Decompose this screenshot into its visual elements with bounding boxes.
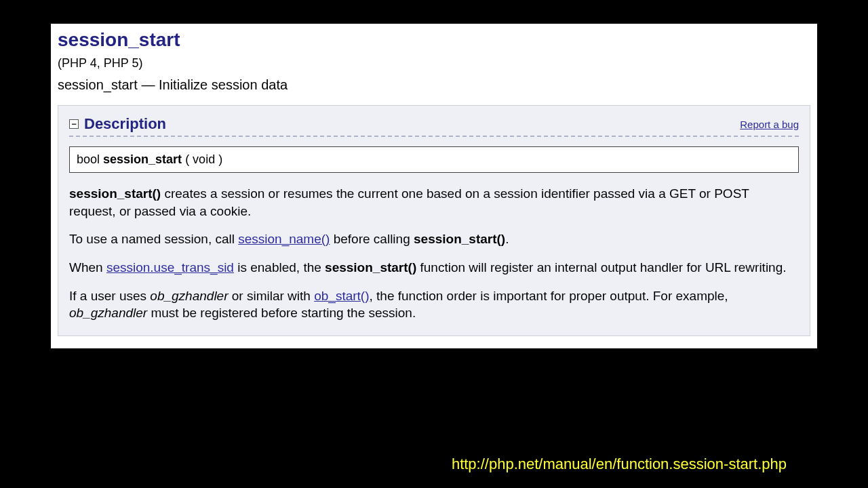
bold-text: session_start(): [414, 232, 505, 246]
report-bug-link[interactable]: Report a bug: [740, 119, 799, 130]
description-header-left: − Description: [69, 115, 166, 133]
description-paragraph-2: To use a named session, call session_nam…: [69, 230, 799, 248]
para-text: or similar with: [229, 289, 315, 303]
para-text: creates a session or resumes the current…: [69, 186, 749, 218]
bold-text: session_start(): [69, 186, 161, 201]
description-header: − Description Report a bug: [69, 115, 799, 137]
para-text: To use a named session, call: [69, 232, 238, 246]
session-name-link[interactable]: session_name(): [238, 232, 330, 246]
description-box: − Description Report a bug bool session_…: [58, 105, 810, 336]
description-paragraph-3: When session.use_trans_sid is enabled, t…: [69, 259, 799, 277]
para-text: , the function order is important for pr…: [370, 289, 728, 303]
ob-start-link[interactable]: ob_start(): [314, 289, 369, 303]
collapse-icon[interactable]: −: [69, 119, 79, 129]
italic-text: ob_gzhandler: [69, 306, 147, 320]
para-text: .: [505, 232, 509, 246]
function-signature: bool session_start ( void ): [69, 146, 799, 173]
signature-name: session_start: [103, 152, 182, 166]
function-summary: session_start — Initialize session data: [58, 77, 810, 93]
italic-text: ob_gzhandler: [150, 289, 228, 303]
para-text: before calling: [330, 232, 414, 246]
para-text: When: [69, 260, 106, 274]
php-versions: (PHP 4, PHP 5): [58, 56, 810, 70]
bold-text: session_start(): [325, 260, 416, 274]
description-paragraph-1: session_start() creates a session or res…: [69, 185, 799, 220]
description-title: Description: [84, 115, 166, 133]
para-text: If a user uses: [69, 289, 150, 303]
para-text: function will register an internal outpu…: [416, 260, 786, 274]
signature-params: ( void ): [185, 152, 222, 166]
description-paragraph-4: If a user uses ob_gzhandler or similar w…: [69, 287, 799, 322]
signature-return-type: bool: [77, 152, 100, 166]
para-text: is enabled, the: [234, 260, 325, 274]
para-text: must be registered before starting the s…: [147, 306, 416, 320]
source-url: http://php.net/manual/en/function.sessio…: [452, 455, 787, 473]
summary-prefix: session_start —: [58, 77, 159, 92]
documentation-panel: session_start (PHP 4, PHP 5) session_sta…: [51, 24, 817, 348]
summary-text: Initialize session data: [159, 77, 288, 92]
use-trans-sid-link[interactable]: session.use_trans_sid: [106, 260, 234, 274]
function-title: session_start: [58, 29, 810, 51]
